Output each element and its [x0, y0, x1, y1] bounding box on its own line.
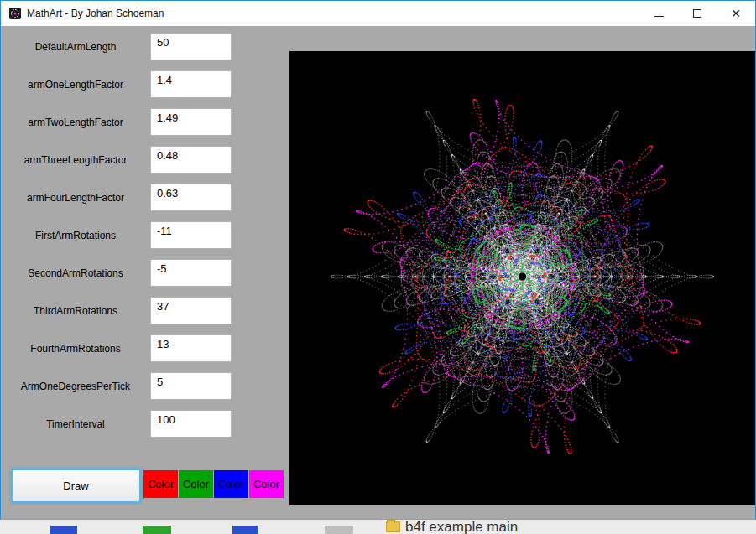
math-art-canvas — [289, 51, 755, 505]
background-window-strip: b4f example main — [0, 520, 756, 534]
param-label-second-arm-rotations: SecondArmRotations — [1, 267, 150, 279]
param-label-arm-four-length-factor: armFourLengthFactor — [1, 192, 150, 204]
param-label-arm-one-length-factor: armOneLengthFactor — [1, 79, 150, 91]
close-button[interactable]: ✕ — [717, 1, 755, 26]
background-window-fragment — [325, 526, 353, 534]
param-row: armTwoLengthFactor — [1, 108, 253, 136]
close-icon: ✕ — [731, 8, 741, 19]
window-title: MathArt - By Johan Schoeman — [27, 8, 639, 19]
color-button-green[interactable]: Color — [179, 470, 213, 498]
param-label-arm-one-degrees-per-tick: ArmOneDegreesPerTick — [1, 381, 150, 392]
app-window: MathArt - By Johan Schoeman ✕ DefaultArm… — [0, 0, 756, 520]
input-arm-one-length-factor[interactable] — [150, 70, 232, 98]
param-row: armFourLengthFactor — [1, 184, 253, 211]
draw-button[interactable]: Draw — [11, 469, 141, 503]
color-button-group: Color Color Color Color — [143, 470, 284, 498]
param-label-first-arm-rotations: FirstArmRotations — [1, 230, 150, 241]
input-arm-one-degrees-per-tick[interactable] — [150, 372, 232, 400]
input-arm-two-length-factor[interactable] — [150, 108, 232, 136]
input-timer-interval[interactable] — [150, 410, 232, 438]
param-row: armThreeLengthFactor — [1, 146, 253, 174]
parameter-panel: DefaultArmLength armOneLengthFactor armT… — [1, 33, 253, 448]
param-row: armOneLengthFactor — [1, 70, 253, 98]
param-row: FourthArmRotations — [1, 334, 253, 362]
param-label-arm-three-length-factor: armThreeLengthFactor — [1, 154, 150, 166]
color-button-red[interactable]: Color — [143, 470, 178, 498]
maximize-icon — [693, 9, 701, 18]
folder-icon — [386, 521, 400, 532]
param-row: DefaultArmLength — [1, 33, 253, 60]
background-window-item[interactable]: b4f example main — [386, 520, 518, 534]
param-row: SecondArmRotations — [1, 259, 253, 287]
minimize-icon — [654, 16, 664, 17]
input-third-arm-rotations[interactable] — [150, 297, 232, 324]
input-fourth-arm-rotations[interactable] — [150, 334, 232, 362]
maximize-button[interactable] — [678, 1, 717, 26]
param-row: ThirdArmRotations — [1, 297, 253, 324]
input-default-arm-length[interactable] — [150, 33, 232, 60]
background-window-fragment — [232, 526, 258, 534]
param-label-fourth-arm-rotations: FourthArmRotations — [1, 343, 150, 355]
input-second-arm-rotations[interactable] — [150, 259, 232, 287]
minimize-button[interactable] — [639, 1, 678, 26]
color-button-magenta[interactable]: Color — [249, 470, 284, 498]
param-label-default-arm-length: DefaultArmLength — [1, 41, 150, 53]
window-controls: ✕ — [639, 1, 755, 26]
background-window-text: b4f example main — [405, 520, 518, 534]
param-row: TimerInterval — [1, 410, 253, 438]
param-label-third-arm-rotations: ThirdArmRotations — [1, 305, 150, 317]
app-icon — [8, 7, 22, 20]
input-arm-three-length-factor[interactable] — [150, 146, 232, 174]
titlebar: MathArt - By Johan Schoeman ✕ — [1, 1, 755, 26]
background-window-fragment — [50, 526, 77, 534]
color-button-blue[interactable]: Color — [214, 470, 248, 498]
param-label-arm-two-length-factor: armTwoLengthFactor — [1, 117, 150, 128]
param-row: ArmOneDegreesPerTick — [1, 372, 253, 400]
input-first-arm-rotations[interactable] — [150, 221, 232, 249]
param-row: FirstArmRotations — [1, 221, 253, 249]
background-window-fragment — [143, 526, 171, 534]
input-arm-four-length-factor[interactable] — [150, 184, 232, 211]
param-label-timer-interval: TimerInterval — [1, 418, 150, 430]
